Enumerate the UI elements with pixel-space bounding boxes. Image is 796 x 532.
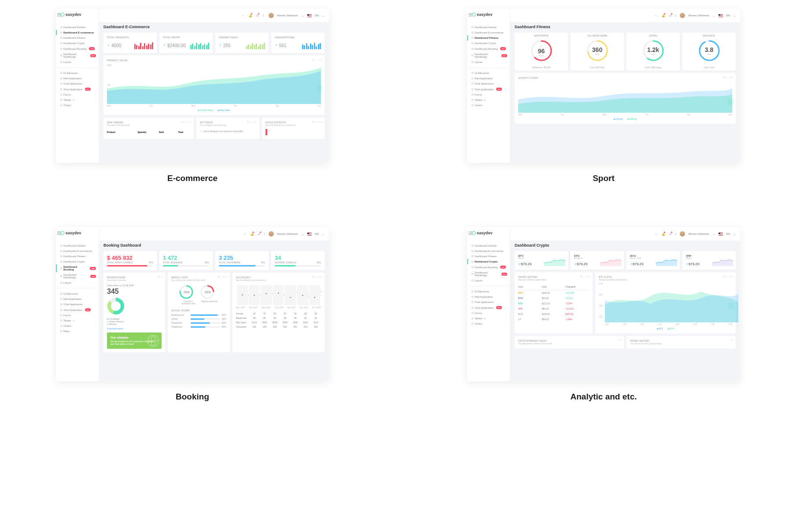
sidebar-item[interactable]: UI Elements› (56, 291, 99, 296)
mail-icon[interactable]: ✉ (668, 14, 672, 17)
sidebar-item[interactable]: Tables•› (56, 97, 99, 103)
sidebar-item[interactable]: UI Elements› (56, 70, 99, 76)
sidebar-item[interactable]: Maps› (56, 329, 99, 334)
sidebar-item[interactable]: Forms› (56, 92, 99, 97)
brand-logo[interactable]: easydev (60, 12, 81, 17)
search-icon[interactable]: ⌕ (241, 14, 245, 17)
crypto-card: BCHBitcoin Cash↗$70.23 (626, 251, 680, 270)
brand-logo[interactable]: easydev (472, 12, 493, 17)
trend-up-icon: ↗ (686, 263, 688, 266)
avatar[interactable] (269, 231, 274, 236)
svg-point-19 (472, 231, 475, 235)
sidebar-item[interactable]: Dashboard Crypto (56, 259, 99, 264)
sidebar-item[interactable]: Todo Applicationnew (56, 307, 99, 313)
sidebar-item[interactable]: Charts› (56, 103, 99, 108)
stat-card: 34BOOKING CANCELS45% (271, 251, 324, 270)
sidebar-item[interactable]: Tables•› (56, 318, 99, 323)
sidebar-item[interactable]: Forms› (467, 310, 510, 316)
card-title: NEW ORDERS (107, 121, 190, 124)
search-icon[interactable]: ⌕ (654, 14, 658, 17)
sidebar-item[interactable]: Dashboard Bookingnew (467, 46, 510, 52)
sidebar-item[interactable]: Dashboard Fitness (467, 35, 510, 41)
sidebar-item[interactable]: Dashboard Fitness (467, 254, 510, 259)
sidebar-item[interactable]: Dashboard E-commerce (56, 248, 99, 254)
sidebar-item[interactable]: Dashboard MobileAppnew (467, 270, 510, 278)
sidebar-item[interactable]: Dashboard Default (56, 243, 99, 248)
sidebar-item[interactable]: Dashboard Default (56, 25, 99, 30)
mail-icon[interactable]: ✉ (255, 14, 259, 17)
user-name[interactable]: Roman Johanson (277, 14, 298, 17)
legend-item[interactable]: Current Sales (198, 109, 213, 111)
avatar[interactable] (680, 231, 685, 236)
avatar[interactable] (269, 13, 274, 18)
legend-item[interactable]: Plan Sales (217, 109, 230, 111)
brand-logo[interactable]: easydev (472, 231, 493, 235)
sidebar-item[interactable]: Tables•› (467, 97, 510, 103)
bell-icon[interactable]: 🔔 (250, 232, 254, 236)
sidebar-item[interactable]: UI Elements› (467, 289, 510, 294)
sidebar-item[interactable]: Mail Application (56, 76, 99, 81)
page-title: Booking Dashboard (103, 243, 324, 248)
sidebar-item[interactable]: Dashboard MobileAppnew (56, 52, 99, 59)
sidebar-item[interactable]: Todo Applicationnew (467, 305, 510, 310)
search-icon[interactable]: ⌕ (654, 232, 658, 236)
search-icon[interactable]: ⌕ (243, 232, 247, 236)
sidebar-item[interactable]: Dashboard Crypto (467, 41, 510, 46)
sidebar-item[interactable]: Charts› (467, 321, 510, 326)
mail-icon[interactable]: ✉ (668, 232, 672, 236)
mail-icon[interactable]: ✉ (257, 232, 261, 236)
sidebar-item[interactable]: UI Elements› (467, 70, 510, 76)
sidebar-item[interactable]: Charts› (467, 103, 510, 108)
sidebar-item[interactable]: Dashboard MobileAppnew (56, 272, 99, 280)
sidebar-item[interactable]: Dashboard Crypto (467, 259, 510, 264)
bell-icon[interactable]: 🔔 (661, 232, 665, 236)
sidebar-item[interactable]: Chat Application (467, 299, 510, 305)
sidebar-item[interactable]: Mail Application (56, 296, 99, 302)
chart-title: PRODUCT SALES (107, 59, 321, 62)
sparkline-bars (190, 41, 210, 49)
sidebar-item[interactable]: Layout› (56, 59, 99, 65)
sidebar-item[interactable]: Dashboard E-commerce (56, 30, 99, 35)
fitness-ring-card: HEARTRATE♡96b/minReference: 58-120 (515, 33, 568, 70)
sidebar-item[interactable]: Todo Applicationnew (467, 86, 510, 92)
sidebar-item[interactable]: Chat Application (56, 302, 99, 307)
sidebar-item[interactable]: Tables•› (467, 316, 510, 321)
sidebar-item[interactable]: Mail Application (467, 76, 510, 81)
sidebar-item[interactable]: Layout› (56, 280, 99, 285)
sidebar-item[interactable]: Chat Application (56, 81, 99, 86)
caption: E-commerce (167, 174, 217, 183)
sidebar-item[interactable]: Dashboard Bookingnew (56, 46, 99, 52)
brand-logo[interactable]: easydev (60, 231, 81, 235)
sidebar-item[interactable]: Dashboard Default (467, 243, 510, 248)
sidebar-item[interactable]: Mail Application (467, 294, 510, 299)
card-controls[interactable]: ⟳ − ⤢ × (312, 58, 322, 61)
sidebar-item[interactable]: Chat Application (467, 81, 510, 86)
sidebar-item[interactable]: Layout› (467, 59, 510, 65)
table-row: Arrivals24745457326833 (236, 311, 321, 316)
sidebar-item[interactable]: Dashboard MobileAppnew (467, 52, 510, 59)
sidebar-item[interactable]: Forms› (56, 313, 99, 318)
sidebar-item[interactable]: Dashboard E-commerce (467, 30, 510, 35)
bell-icon[interactable]: 🔔 (248, 14, 252, 17)
lang-label[interactable]: EN (315, 14, 319, 17)
sidebar-item[interactable]: Dashboard E-commerce (467, 248, 510, 254)
bell-icon[interactable]: 🔔 (661, 14, 665, 17)
sidebar-item[interactable]: Charts› (56, 323, 99, 329)
sidebar-item[interactable]: Dashboard Bookingnew (56, 264, 99, 272)
thumbnail-booking: easydev ⌕ 🔔 ✉ | Roman Johanson⌄ EN⌄ Dash… (56, 227, 329, 381)
sidebar-item[interactable]: Forms› (467, 92, 510, 97)
flag-icon (719, 14, 723, 17)
sidebar-item[interactable]: Todo Applicationnew (56, 86, 99, 92)
avatar[interactable] (680, 13, 685, 18)
thumbnail-crypto: easydev ⌕ 🔔 ✉ | Roman Johanson⌄ EN⌄ Dash… (467, 227, 740, 381)
caption: Booking (176, 392, 209, 402)
trend-up-icon: ↗ (163, 44, 166, 47)
sidebar-item[interactable]: Dashboard Fitness (56, 35, 99, 41)
sidebar-item[interactable]: Dashboard Fitness (56, 254, 99, 259)
sidebar-item[interactable]: Layout› (467, 278, 510, 283)
sidebar-item[interactable]: Dashboard Default (467, 25, 510, 30)
download-link[interactable]: Download report (107, 327, 162, 330)
sidebar-item[interactable]: Dashboard Bookingnew (467, 264, 510, 270)
topbar: ⌕ 🔔 ✉ | Roman Johanson ⌄ EN ⌄ (99, 9, 329, 22)
sidebar-item[interactable]: Dashboard Crypto (56, 41, 99, 46)
